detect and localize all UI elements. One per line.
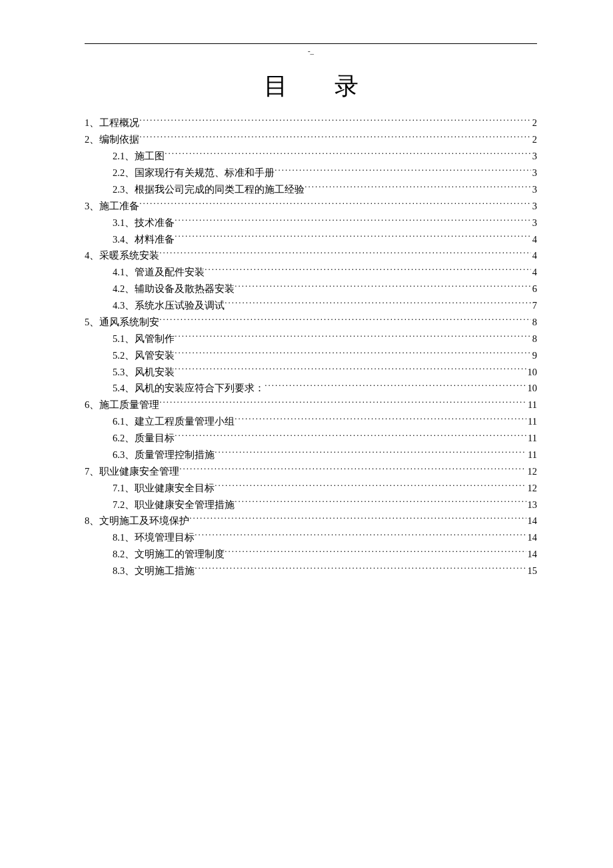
toc-entry-label: 8.2、文明施工的管理制度	[113, 547, 225, 562]
toc-entry: 3.1、技术准备3	[85, 214, 537, 231]
toc-entry: 7.1、职业健康安全目标12	[85, 479, 537, 496]
toc-entry-label: 2.2、国家现行有关规范、标准和手册	[113, 165, 275, 181]
toc-entry-page: 8	[531, 315, 537, 330]
toc-leader-dots	[165, 148, 531, 159]
toc-entry: 8.1、环境管理目标14	[85, 529, 537, 546]
toc-entry-label: 4.1、管道及配件安装	[113, 265, 205, 280]
toc-entry: 3.4、材料准备4	[85, 231, 537, 247]
toc-entry-page: 4	[531, 265, 537, 280]
toc-entry-page: 3	[531, 182, 537, 197]
toc-entry-label: 3.1、技术准备	[113, 215, 175, 231]
toc-entry: 8.3、文明施工措施15	[85, 563, 537, 579]
toc-leader-dots	[139, 197, 531, 209]
toc-entry-label: 8、文明施工及环境保护	[85, 513, 189, 529]
toc-entry-label: 2、编制依据	[85, 132, 139, 147]
toc-entry: 7、职业健康安全管理12	[85, 463, 537, 479]
toc-leader-dots	[175, 363, 526, 375]
toc-entry-page: 3	[531, 199, 537, 214]
toc-entry-label: 5.4、风机的安装应符合下列要求：	[113, 381, 265, 396]
toc-leader-dots	[159, 397, 526, 408]
toc-entry-label: 6、施工质量管理	[85, 397, 159, 413]
toc-entry-page: 3	[531, 149, 537, 164]
toc-leader-dots	[179, 463, 526, 474]
toc-entry-label: 7.2、职业健康安全管理措施	[113, 497, 235, 513]
toc-leader-dots	[275, 165, 531, 176]
toc-leader-dots	[175, 214, 531, 225]
toc-entry-page: 4	[531, 248, 537, 263]
toc-entry-page: 11	[526, 397, 537, 413]
toc-entry: 5.4、风机的安装应符合下列要求：10	[85, 380, 537, 397]
toc-list: 1、工程概况22、编制依据22.1、施工图32.2、国家现行有关规范、标准和手册…	[85, 115, 537, 579]
toc-entry-page: 9	[531, 348, 537, 363]
toc-entry-page: 15	[526, 563, 538, 579]
toc-entry-label: 6.3、质量管理控制措施	[113, 447, 215, 463]
toc-entry: 2、编制依据2	[85, 131, 537, 148]
toc-entry: 6.2、质量目标11	[85, 430, 537, 447]
toc-entry-page: 8	[531, 331, 537, 347]
toc-entry: 1、工程概况2	[85, 115, 537, 131]
toc-entry: 4.2、辅助设备及散热器安装6	[85, 281, 537, 297]
toc-entry-label: 2.3、根据我公司完成的同类工程的施工经验	[113, 182, 305, 197]
toc-leader-dots	[265, 380, 526, 391]
toc-entry-page: 10	[526, 381, 538, 396]
toc-entry-label: 8.3、文明施工措施	[113, 563, 195, 579]
toc-leader-dots	[139, 115, 531, 126]
toc-leader-dots	[175, 347, 531, 358]
toc-leader-dots	[225, 546, 526, 557]
toc-leader-dots	[175, 231, 531, 242]
header-mark: -_	[306, 47, 315, 55]
toc-title: 目录	[85, 70, 537, 103]
toc-leader-dots	[175, 330, 531, 341]
toc-entry-page: 13	[526, 497, 538, 513]
toc-entry: 5.1、风管制作8	[85, 330, 537, 347]
toc-entry: 4.3、系统水压试验及调试7	[85, 297, 537, 314]
toc-entry-page: 11	[526, 447, 537, 463]
toc-entry: 2.3、根据我公司完成的同类工程的施工经验3	[85, 181, 537, 198]
toc-entry: 6、施工质量管理11	[85, 397, 537, 413]
toc-leader-dots	[189, 513, 526, 524]
page-content: 目录 1、工程概况22、编制依据22.1、施工图32.2、国家现行有关规范、标准…	[85, 70, 537, 579]
toc-leader-dots	[305, 181, 531, 193]
toc-entry-page: 10	[526, 365, 538, 380]
toc-entry-label: 3、施工准备	[85, 199, 139, 214]
toc-entry-label: 5.2、风管安装	[113, 348, 175, 363]
page-header-rule: -_	[85, 43, 537, 56]
toc-entry: 4、采暖系统安装4	[85, 247, 537, 264]
toc-entry-page: 2	[531, 132, 537, 147]
toc-entry-label: 7、职业健康安全管理	[85, 464, 179, 479]
toc-entry-label: 6.2、质量目标	[113, 431, 175, 446]
toc-entry-label: 5.3、风机安装	[113, 365, 175, 380]
toc-entry-label: 1、工程概况	[85, 115, 139, 131]
toc-entry: 6.1、建立工程质量管理小组11	[85, 413, 537, 430]
toc-entry-page: 14	[526, 513, 538, 529]
toc-entry-page: 3	[531, 165, 537, 181]
toc-entry-label: 6.1、建立工程质量管理小组	[113, 414, 235, 429]
toc-leader-dots	[235, 496, 526, 507]
toc-entry-page: 14	[526, 530, 538, 545]
toc-entry-label: 4.3、系统水压试验及调试	[113, 298, 225, 313]
toc-leader-dots	[195, 529, 526, 541]
toc-entry-label: 8.1、环境管理目标	[113, 530, 195, 545]
toc-entry: 2.2、国家现行有关规范、标准和手册3	[85, 165, 537, 181]
toc-leader-dots	[215, 447, 526, 458]
toc-leader-dots	[235, 281, 531, 292]
toc-entry: 6.3、质量管理控制措施11	[85, 447, 537, 463]
toc-entry: 5、通风系统制安8	[85, 314, 537, 331]
toc-entry-label: 4、采暖系统安装	[85, 248, 159, 263]
toc-leader-dots	[139, 131, 531, 143]
toc-entry: 3、施工准备3	[85, 197, 537, 214]
toc-entry: 5.2、风管安装9	[85, 347, 537, 363]
toc-entry-page: 2	[531, 115, 537, 131]
toc-entry-label: 7.1、职业健康安全目标	[113, 481, 215, 496]
toc-entry-label: 5.1、风管制作	[113, 331, 175, 347]
toc-entry: 4.1、管道及配件安装4	[85, 264, 537, 281]
toc-leader-dots	[159, 247, 531, 259]
toc-entry-page: 14	[526, 547, 538, 562]
toc-leader-dots	[235, 413, 526, 425]
toc-entry-page: 12	[526, 481, 538, 496]
toc-entry: 8.2、文明施工的管理制度14	[85, 546, 537, 563]
toc-entry: 7.2、职业健康安全管理措施13	[85, 496, 537, 513]
toc-entry-label: 5、通风系统制安	[85, 315, 159, 330]
toc-entry: 8、文明施工及环境保护14	[85, 513, 537, 529]
toc-leader-dots	[225, 297, 531, 309]
